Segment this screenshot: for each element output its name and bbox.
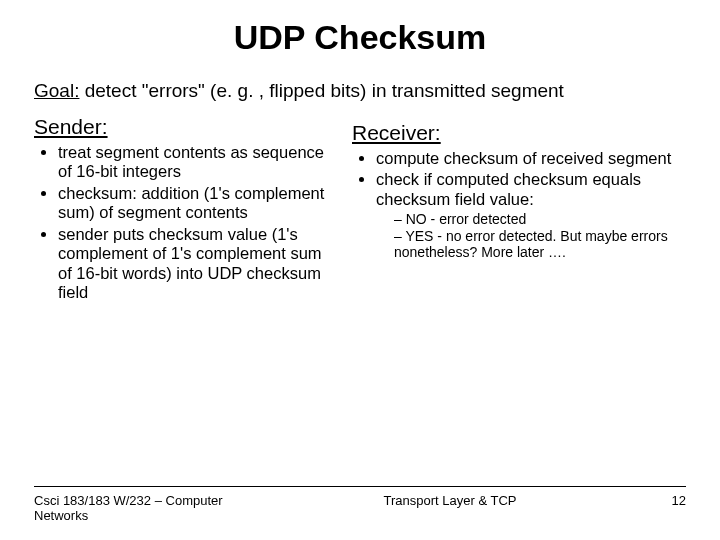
receiver-sublist: NO - error detected YES - no error detec…	[376, 211, 686, 261]
footer-left: Csci 183/183 W/232 – Computer Networks	[34, 493, 254, 524]
two-column: Sender: treat segment contents as sequen…	[34, 115, 686, 305]
receiver-list: compute checksum of received segment che…	[352, 149, 686, 261]
goal-label: Goal:	[34, 80, 79, 101]
footer-page-number: 12	[646, 493, 686, 508]
list-item: checksum: addition (1's complement sum) …	[58, 184, 334, 223]
list-item: sender puts checksum value (1's compleme…	[58, 225, 334, 303]
goal-text: detect "errors" (e. g. , flipped bits) i…	[79, 80, 563, 101]
sender-list: treat segment contents as sequence of 16…	[34, 143, 334, 303]
list-item: YES - no error detected. But maybe error…	[394, 228, 686, 261]
slide: UDP Checksum Goal: detect "errors" (e. g…	[0, 0, 720, 540]
sender-heading: Sender:	[34, 115, 334, 139]
list-item: check if computed checksum equals checks…	[376, 170, 686, 260]
slide-title: UDP Checksum	[34, 18, 686, 57]
list-item: compute checksum of received segment	[376, 149, 686, 168]
sender-column: Sender: treat segment contents as sequen…	[34, 115, 334, 305]
footer-center: Transport Layer & TCP	[254, 493, 646, 508]
goal-line: Goal: detect "errors" (e. g. , flipped b…	[34, 79, 686, 103]
list-item: NO - error detected	[394, 211, 686, 228]
receiver-heading: Receiver:	[352, 121, 686, 145]
list-item: treat segment contents as sequence of 16…	[58, 143, 334, 182]
list-item-text: check if computed checksum equals checks…	[376, 170, 641, 207]
slide-footer: Csci 183/183 W/232 – Computer Networks T…	[34, 486, 686, 524]
receiver-column: Receiver: compute checksum of received s…	[352, 115, 686, 305]
